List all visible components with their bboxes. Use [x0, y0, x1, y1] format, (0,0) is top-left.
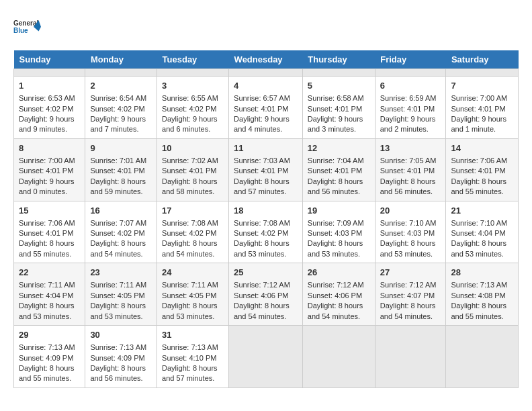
sunrise-label: Sunrise: 7:08 AM — [162, 219, 218, 227]
day-cell: 21 Sunrise: 7:10 AM Sunset: 4:04 PM Dayl… — [446, 201, 519, 263]
day-number: 8 — [19, 142, 80, 154]
weekday-header-monday: Monday — [85, 50, 157, 69]
daylight-label: Daylight: 8 hours and 53 minutes. — [451, 239, 506, 257]
day-number: 10 — [162, 142, 224, 154]
day-number: 22 — [19, 267, 80, 279]
daylight-label: Daylight: 8 hours and 55 minutes. — [19, 364, 75, 382]
page-header: General Blue — [13, 13, 519, 44]
day-cell — [157, 69, 229, 77]
sunrise-label: Sunrise: 7:04 AM — [308, 156, 364, 165]
daylight-label: Daylight: 9 hours and 9 minutes. — [19, 115, 75, 133]
sunset-label: Sunset: 4:01 PM — [90, 167, 144, 175]
sunset-label: Sunset: 4:01 PM — [380, 105, 435, 113]
daylight-label: Daylight: 9 hours and 2 minutes. — [380, 115, 436, 133]
daylight-label: Daylight: 9 hours and 6 minutes. — [162, 115, 218, 133]
day-number: 7 — [451, 80, 513, 92]
sunrise-label: Sunrise: 7:11 AM — [19, 281, 75, 289]
weekday-header-tuesday: Tuesday — [157, 50, 229, 69]
daylight-label: Daylight: 8 hours and 56 minutes. — [308, 177, 363, 195]
day-number: 25 — [234, 267, 298, 279]
day-cell: 18 Sunrise: 7:08 AM Sunset: 4:02 PM Dayl… — [229, 201, 303, 263]
daylight-label: Daylight: 8 hours and 54 minutes. — [380, 302, 436, 320]
day-number: 6 — [380, 80, 441, 92]
daylight-label: Daylight: 8 hours and 53 minutes. — [308, 239, 363, 257]
day-cell: 7 Sunrise: 7:00 AM Sunset: 4:01 PM Dayli… — [446, 77, 519, 139]
daylight-label: Daylight: 8 hours and 59 minutes. — [90, 177, 146, 195]
day-cell: 12 Sunrise: 7:04 AM Sunset: 4:01 PM Dayl… — [302, 138, 375, 201]
weekday-header-row: SundayMondayTuesdayWednesdayThursdayFrid… — [14, 50, 519, 69]
sunrise-label: Sunrise: 6:57 AM — [234, 94, 290, 102]
day-number: 1 — [19, 80, 80, 92]
day-number: 11 — [234, 142, 298, 154]
week-row-6: 29 Sunrise: 7:13 AM Sunset: 4:09 PM Dayl… — [14, 326, 519, 388]
day-cell — [229, 326, 303, 388]
day-number: 5 — [308, 80, 370, 92]
day-number: 13 — [380, 142, 441, 154]
sunset-label: Sunset: 4:01 PM — [19, 167, 73, 175]
sunset-label: Sunset: 4:01 PM — [308, 167, 362, 175]
day-number: 20 — [380, 205, 441, 217]
daylight-label: Daylight: 8 hours and 58 minutes. — [162, 177, 218, 195]
sunrise-label: Sunrise: 7:13 AM — [19, 343, 75, 351]
day-cell: 29 Sunrise: 7:13 AM Sunset: 4:09 PM Dayl… — [14, 326, 85, 388]
sunset-label: Sunset: 4:10 PM — [162, 354, 216, 362]
sunrise-label: Sunrise: 7:07 AM — [90, 219, 146, 227]
sunrise-label: Sunrise: 7:09 AM — [308, 219, 364, 227]
day-number: 21 — [451, 205, 513, 217]
daylight-label: Daylight: 8 hours and 56 minutes. — [380, 177, 436, 195]
sunrise-label: Sunrise: 7:03 AM — [234, 156, 290, 165]
sunset-label: Sunset: 4:05 PM — [90, 291, 144, 300]
weekday-header-sunday: Sunday — [14, 50, 85, 69]
day-cell: 22 Sunrise: 7:11 AM Sunset: 4:04 PM Dayl… — [14, 263, 85, 326]
sunset-label: Sunset: 4:02 PM — [162, 229, 216, 237]
day-cell: 17 Sunrise: 7:08 AM Sunset: 4:02 PM Dayl… — [157, 201, 229, 263]
sunrise-label: Sunrise: 6:55 AM — [162, 94, 218, 102]
day-cell: 1 Sunrise: 6:53 AM Sunset: 4:02 PM Dayli… — [14, 77, 85, 139]
day-cell: 13 Sunrise: 7:05 AM Sunset: 4:01 PM Dayl… — [375, 138, 446, 201]
day-cell: 4 Sunrise: 6:57 AM Sunset: 4:01 PM Dayli… — [229, 77, 303, 139]
daylight-label: Daylight: 8 hours and 54 minutes. — [308, 302, 363, 320]
day-cell: 26 Sunrise: 7:12 AM Sunset: 4:06 PM Dayl… — [302, 263, 375, 326]
sunrise-label: Sunrise: 7:13 AM — [451, 281, 507, 289]
daylight-label: Daylight: 8 hours and 53 minutes. — [234, 239, 290, 257]
day-cell: 28 Sunrise: 7:13 AM Sunset: 4:08 PM Dayl… — [446, 263, 519, 326]
daylight-label: Daylight: 8 hours and 53 minutes. — [380, 239, 436, 257]
daylight-label: Daylight: 9 hours and 0 minutes. — [19, 177, 75, 195]
day-number: 28 — [451, 267, 513, 279]
sunset-label: Sunset: 4:06 PM — [308, 291, 362, 300]
week-row-1 — [14, 69, 519, 77]
day-cell: 5 Sunrise: 6:58 AM Sunset: 4:01 PM Dayli… — [302, 77, 375, 139]
daylight-label: Daylight: 8 hours and 54 minutes. — [162, 239, 218, 257]
day-number: 30 — [90, 329, 152, 341]
sunrise-label: Sunrise: 7:06 AM — [451, 156, 507, 165]
sunrise-label: Sunrise: 6:53 AM — [19, 94, 75, 102]
sunset-label: Sunset: 4:04 PM — [19, 291, 73, 300]
day-cell: 14 Sunrise: 7:06 AM Sunset: 4:01 PM Dayl… — [446, 138, 519, 201]
sunrise-label: Sunrise: 7:13 AM — [90, 343, 146, 351]
sunset-label: Sunset: 4:01 PM — [19, 229, 73, 237]
day-number: 14 — [451, 142, 513, 154]
sunset-label: Sunset: 4:02 PM — [19, 105, 73, 113]
day-cell: 8 Sunrise: 7:00 AM Sunset: 4:01 PM Dayli… — [14, 138, 85, 201]
sunrise-label: Sunrise: 7:11 AM — [162, 281, 218, 289]
day-number: 29 — [19, 329, 80, 341]
daylight-label: Daylight: 8 hours and 53 minutes. — [162, 302, 218, 320]
day-cell: 27 Sunrise: 7:12 AM Sunset: 4:07 PM Dayl… — [375, 263, 446, 326]
sunrise-label: Sunrise: 7:12 AM — [380, 281, 437, 289]
daylight-label: Daylight: 8 hours and 57 minutes. — [234, 177, 290, 195]
day-number: 23 — [90, 267, 152, 279]
week-row-3: 8 Sunrise: 7:00 AM Sunset: 4:01 PM Dayli… — [14, 138, 519, 201]
daylight-label: Daylight: 8 hours and 53 minutes. — [90, 302, 146, 320]
sunset-label: Sunset: 4:02 PM — [90, 229, 144, 237]
logo-icon: General Blue — [13, 13, 44, 44]
day-number: 17 — [162, 205, 224, 217]
day-cell — [375, 69, 446, 77]
day-cell — [85, 69, 157, 77]
sunset-label: Sunset: 4:01 PM — [162, 167, 216, 175]
daylight-label: Daylight: 8 hours and 55 minutes. — [451, 177, 506, 195]
sunrise-label: Sunrise: 7:00 AM — [451, 94, 507, 102]
day-cell: 3 Sunrise: 6:55 AM Sunset: 4:02 PM Dayli… — [157, 77, 229, 139]
week-row-4: 15 Sunrise: 7:06 AM Sunset: 4:01 PM Dayl… — [14, 201, 519, 263]
sunrise-label: Sunrise: 7:08 AM — [234, 219, 290, 227]
sunrise-label: Sunrise: 7:06 AM — [19, 219, 75, 227]
